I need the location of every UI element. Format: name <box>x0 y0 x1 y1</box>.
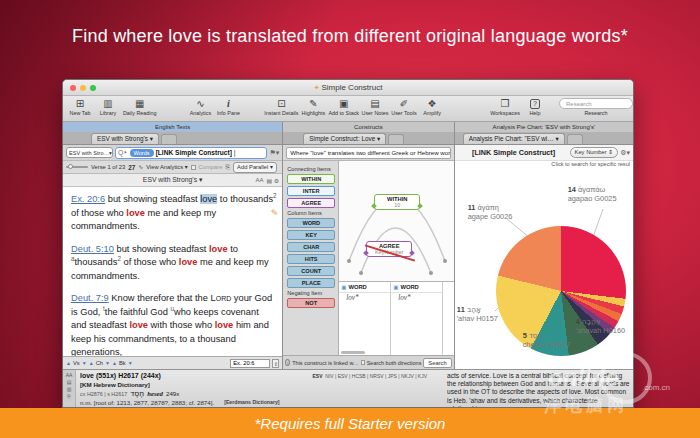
construct-pane: Simple Construct: Love ▾ Where "love" tr… <box>283 132 454 369</box>
text-pane-header: ESV with Strong's ▾ AA ▤ ⚙ <box>63 174 282 187</box>
chart-new-tab-stub[interactable] <box>567 134 583 144</box>
toolbar-user-tools[interactable]: ✐ User Tools <box>393 98 415 116</box>
verse-text: love <box>215 320 234 330</box>
horizontal-scrollbar[interactable] <box>341 351 365 354</box>
toolbar-instant-details[interactable]: ⊡ Instant Details <box>266 98 296 116</box>
count-item-button[interactable]: COUNT <box>287 266 335 276</box>
toolbar-help[interactable]: ? Help <box>524 98 546 116</box>
tab-simple-construct[interactable]: Simple Construct: Love ▾ <box>303 133 386 144</box>
analytics-icon: ∿ <box>196 98 204 109</box>
parallel-texts-list[interactable]: ESV NIV | ESV | HCSB | NRSV | JPS | NKJV… <box>312 373 441 379</box>
view-analytics-menu[interactable]: View Analytics ▾ <box>146 164 187 170</box>
tab-analysis-pie-chart[interactable]: Analysis Pie Chart: "ESV wi… ▾ <box>463 133 565 144</box>
goto-verse-input[interactable] <box>230 359 270 368</box>
verse-counter: Verse 1 of 23 <box>91 164 125 170</box>
construct-new-tab-stub[interactable] <box>388 134 404 144</box>
not-item-button[interactable]: NOT <box>287 298 335 308</box>
toolbar-new-tab[interactable]: ⊞ New Tab <box>69 98 91 116</box>
negating-item-label: Negating Item <box>287 290 335 296</box>
verse-ref-link[interactable]: Deut. 5:10 <box>71 244 114 254</box>
toolbar-user-notes[interactable]: ▤ User Notes <box>363 98 387 116</box>
search-scope-chip[interactable]: Words <box>130 149 154 157</box>
construct-tabbar: Simple Construct: Love ▾ <box>283 132 453 145</box>
verse-text: love <box>126 208 145 218</box>
prev-verse-button[interactable]: ▲ <box>66 360 71 366</box>
app-window: ✦ Simple Construct ⊞ New Tab ▥ Library ▦… <box>62 79 634 408</box>
instant-details-icon: ⊡ <box>277 98 285 109</box>
word-checkbox-icon[interactable]: ▣ <box>341 284 346 290</box>
prev-chapter-button[interactable]: ▲ <box>89 360 94 366</box>
info-circle-icon[interactable]: i <box>285 359 290 366</box>
toolbar-workspaces[interactable]: ❐ Workspaces <box>492 98 518 116</box>
verse-slider[interactable] <box>66 166 88 168</box>
instant-details-pane: AA ▤ ▥ ⎘ love (551x) H2617 (244x) ESV NI… <box>63 369 633 408</box>
zone-english-texts[interactable]: English Texts <box>63 122 283 132</box>
font-size-icon[interactable]: AA <box>66 372 73 378</box>
text-caret: | <box>234 149 236 156</box>
agree-node[interactable]: AGREE KeyNumber <box>366 241 412 257</box>
toolbar-amplify[interactable]: ❖ Amplify <box>421 98 443 116</box>
word-item-button[interactable]: WORD <box>287 218 335 228</box>
hits-item-button[interactable]: HITS <box>287 254 335 264</box>
word-checkbox-icon[interactable]: ▣ <box>393 284 398 290</box>
verse-text: me and keep my <box>197 257 268 267</box>
construct-description-field[interactable]: Where "love" translates two different Gr… <box>286 147 450 159</box>
verse-search-field[interactable]: Q‣ Words [LINK Simple Construct] | <box>115 147 267 159</box>
highlight-pencil-icon[interactable]: ✎ <box>271 207 279 221</box>
font-size-control[interactable]: AA <box>256 177 264 183</box>
verse-text: love <box>209 244 228 254</box>
construct-sidebar: Connecting Items WITHIN INTER AGREE Colu… <box>283 161 339 355</box>
key-item-button[interactable]: KEY <box>287 230 335 240</box>
word-column-2[interactable]: ▣ WORD lov* <box>391 282 443 355</box>
next-chapter-button[interactable]: ▼ <box>105 360 110 366</box>
bookmark-flag-icon[interactable]: ⚑▾ <box>269 149 279 157</box>
left-controls-row: Verse 1 of 23 27 ∿ View Analytics ▾ Comp… <box>63 161 282 174</box>
toolbar-daily-reading[interactable]: ▦ Daily Reading <box>125 98 154 116</box>
place-item-button[interactable]: PLACE <box>287 278 335 288</box>
pane-settings-icons[interactable]: ▤ ⚙ <box>267 177 280 184</box>
construct-canvas[interactable]: WITHIN 10 AGREE KeyNumber <box>339 161 453 355</box>
verse-ref-link[interactable]: Ex. 20:6 <box>71 194 105 204</box>
left-new-tab-stub[interactable] <box>161 134 177 144</box>
verse-stepper[interactable]: ⇕ <box>272 359 279 368</box>
verse-text: who keeps covenant <box>174 307 259 317</box>
zone-analysis[interactable]: Analysis Pie Chart: 'ESV with Strong's' <box>455 122 633 132</box>
char-item-button[interactable]: CHAR <box>287 242 335 252</box>
lexeme-entry: love (551x) H2617 (244x) <box>80 372 161 379</box>
rail-icon-2[interactable]: ▥ <box>67 386 72 392</box>
search-button[interactable]: Search <box>423 358 451 368</box>
toolbar-info-pane[interactable]: i Info Pane <box>217 98 239 116</box>
toolbar-library[interactable]: ▥ Library <box>97 98 119 116</box>
within-node[interactable]: WITHIN 10 <box>374 194 420 210</box>
notes-icon: ▤ <box>370 98 379 109</box>
agree-item-button[interactable]: AGREE <box>287 198 335 208</box>
prev-book-button[interactable]: ▲ <box>112 360 117 366</box>
zone-constructs[interactable]: Constructs <box>283 122 454 132</box>
toolbar-analytics[interactable]: ∿ Analytics <box>189 98 211 116</box>
next-verse-button[interactable]: ▼ <box>82 360 87 366</box>
toolbar-add-to-stack[interactable]: ▣ Add to Stack <box>330 98 357 116</box>
inter-item-button[interactable]: INTER <box>287 186 335 196</box>
word-column-1[interactable]: ▣ WORD lov* <box>339 282 391 355</box>
gear-icon[interactable]: ⚙▾ <box>620 149 630 157</box>
research-search: Research <box>559 98 633 116</box>
verse-ref-link[interactable]: Deut. 7:9 <box>71 293 109 303</box>
rail-icon-3[interactable]: ⎘ <box>67 393 71 400</box>
verse-text: love <box>179 257 198 267</box>
toolbar-highlights[interactable]: ✎ Highlights <box>302 98 324 116</box>
within-item-button[interactable]: WITHIN <box>287 174 335 184</box>
next-book-button[interactable]: ▼ <box>128 360 133 366</box>
bk-label: Bk <box>119 360 126 366</box>
rail-icon-1[interactable]: ▤ <box>67 379 72 385</box>
chart-hint: Click to search for specific resul <box>455 161 633 171</box>
tab-esv-with-strongs[interactable]: ESV with Strong's ▾ <box>91 133 159 144</box>
text-module-title[interactable]: ESV with Strong's ▾ <box>143 176 203 184</box>
module-select[interactable]: ESV with Stro… ▾ <box>66 147 113 158</box>
research-search-input[interactable] <box>559 98 633 109</box>
key-number-dropdown[interactable]: Key Number ⇕ <box>570 147 619 158</box>
compare-checkbox[interactable] <box>191 165 196 170</box>
slider-knob[interactable] <box>68 164 73 169</box>
both-directions-checkbox[interactable] <box>361 360 365 365</box>
watermark-domain: .com.cn <box>642 383 670 392</box>
add-parallel-button[interactable]: Add Parallel ▾ <box>233 162 277 173</box>
